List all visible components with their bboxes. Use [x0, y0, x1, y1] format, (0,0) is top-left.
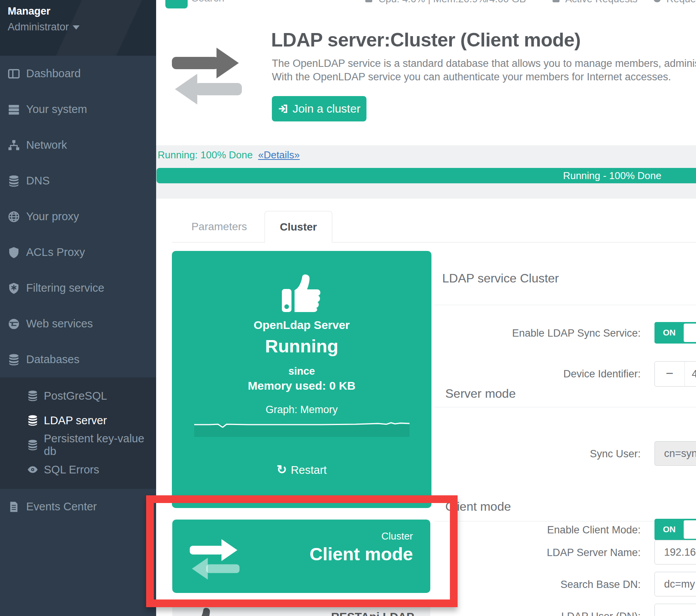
minus-button[interactable]: −: [655, 362, 685, 386]
openldap-status-card: OpenLdap Server Running since Memory use…: [172, 251, 431, 508]
search-base-dn-input[interactable]: dc=my: [654, 572, 696, 596]
globe-icon: [654, 0, 661, 2]
ldap-user-dn-label: LDAP User (DN):: [435, 611, 641, 616]
ldap-server-name-label: LDAP Server Name:: [435, 547, 641, 559]
device-identifier-stepper: − 4: [654, 361, 696, 387]
sync-user-input[interactable]: cn=syn: [654, 441, 696, 466]
sidebar: Manager Administrator Dashboard Your sys…: [0, 0, 156, 616]
details-link[interactable]: «Details»: [258, 149, 300, 161]
client-mode-heading: Client mode: [445, 500, 511, 514]
page-description-line1: The OpenLDAP service is a standard datab…: [272, 58, 696, 70]
eye-icon: [27, 464, 38, 475]
sidebar-item-web-services[interactable]: Web services: [0, 306, 156, 342]
memory-used-label: Memory used: 0 KB: [172, 379, 431, 392]
enable-ldap-sync-label: Enable LDAP Sync Service:: [435, 327, 641, 339]
device-identifier-label: Device Identifier:: [435, 368, 641, 380]
file-text-icon: [8, 501, 20, 513]
requests-stat: Requests: [666, 0, 696, 5]
ldap-server-name-input[interactable]: 192.16: [654, 540, 696, 565]
sidebar-item-postgresql[interactable]: PostGreSQL: [0, 384, 156, 408]
sidebar-header: Manager Administrator: [0, 0, 156, 56]
enable-client-mode-label: Enable Client Mode:: [435, 524, 641, 536]
sign-in-icon: [278, 104, 288, 114]
sidebar-item-events-center[interactable]: Events Center: [0, 489, 156, 525]
web-globe-icon: [8, 318, 20, 330]
refresh-icon: ↻: [276, 463, 287, 477]
administrator-dropdown[interactable]: Administrator: [8, 21, 148, 33]
cpu-icon: [365, 0, 372, 2]
databases-submenu: PostGreSQL LDAP server Persistent key-va…: [0, 377, 156, 489]
status-badge: Running: [172, 335, 431, 357]
sitemap-icon: [8, 139, 20, 151]
database-icon: [8, 175, 20, 187]
manager-title: Manager: [8, 5, 148, 17]
toggle-knob: [684, 520, 696, 539]
join-cluster-button[interactable]: Join a cluster: [272, 96, 366, 121]
chevron-down-icon: [73, 25, 80, 30]
panel-divider: [435, 305, 696, 305]
sidebar-item-acls-proxy[interactable]: ACLs Proxy: [0, 234, 156, 270]
sidebar-item-databases[interactable]: Databases: [0, 342, 156, 377]
restapi-ldap-card[interactable]: RESTApi LDAP: [172, 600, 430, 616]
activity-icon: [553, 0, 559, 2]
tab-cluster[interactable]: Cluster: [265, 211, 332, 242]
database-icon: [27, 439, 38, 451]
database-icon: [8, 354, 20, 366]
page-description-line2: With the OpenLDAP service you can authen…: [272, 71, 671, 83]
app-root: Manager Administrator Dashboard Your sys…: [0, 0, 696, 616]
sidebar-item-your-system[interactable]: Your system: [0, 91, 156, 127]
graph-memory-label: Graph: Memory: [172, 404, 431, 416]
tabs-divider: [172, 242, 696, 242]
dashboard-icon: [8, 68, 20, 80]
progress-bar: Running - 100% Done: [157, 168, 696, 183]
enable-client-mode-toggle[interactable]: ON: [654, 519, 696, 540]
shield-star-icon: [8, 282, 20, 294]
sidebar-item-sql-errors[interactable]: SQL Errors: [0, 457, 156, 482]
sidebar-item-dashboard[interactable]: Dashboard: [0, 56, 156, 91]
toggle-knob: [684, 324, 696, 342]
server-mode-heading: Server mode: [445, 387, 516, 401]
server-mode-divider: [435, 407, 696, 407]
restapi-card-title: RESTApi LDAP: [331, 610, 414, 616]
sidebar-item-persistent-kv-db[interactable]: Persistent key-value db: [0, 433, 156, 457]
restart-button[interactable]: ↻Restart: [172, 462, 431, 477]
exchange-arrows-icon: [170, 38, 252, 108]
globe-icon: [8, 211, 20, 223]
sidebar-item-filtering-service[interactable]: Filtering service: [0, 270, 156, 306]
enable-ldap-sync-toggle[interactable]: ON: [654, 322, 696, 344]
status-since-label: since: [172, 365, 431, 377]
ldap-user-dn-input[interactable]: [654, 604, 696, 616]
shield-icon: [8, 246, 20, 259]
search-base-dn-label: Search Base DN:: [435, 579, 641, 591]
status-card-title: OpenLdap Server: [172, 319, 431, 332]
client-mode-card[interactable]: Cluster Client mode: [172, 520, 430, 593]
tab-parameters[interactable]: Parameters: [175, 211, 263, 242]
sidebar-item-ldap-server[interactable]: LDAP server: [0, 408, 156, 433]
device-identifier-value[interactable]: 4: [692, 362, 696, 386]
search-placeholder[interactable]: Search: [191, 0, 225, 4]
sync-user-label: Sync User:: [435, 448, 641, 460]
progress-status-text: Running: 100% Done«Details»: [158, 149, 300, 161]
sidebar-item-dns[interactable]: DNS: [0, 163, 156, 199]
cpu-mem-stat: Cpu: 4.6% | Mem:20.9%/4.00 GB: [378, 0, 526, 5]
thumbs-up-icon: [184, 606, 222, 616]
page-title: LDAP server:Cluster (Client mode): [271, 29, 581, 51]
active-requests-stat: Active Requests: [565, 0, 638, 5]
client-mode-title: Client mode: [310, 543, 413, 565]
memory-sparkline: [194, 422, 410, 428]
panel-title: LDAP service Cluster: [442, 271, 559, 286]
database-icon: [27, 415, 38, 426]
database-icon: [27, 390, 38, 402]
sidebar-item-your-proxy[interactable]: Your proxy: [0, 199, 156, 234]
thumbs-up-icon: [280, 272, 323, 315]
server-icon: [8, 103, 20, 116]
sidebar-item-network[interactable]: Network: [0, 127, 156, 163]
search-button[interactable]: [165, 0, 188, 8]
exchange-arrows-icon: [187, 533, 248, 582]
cluster-badge: Cluster: [381, 530, 413, 542]
